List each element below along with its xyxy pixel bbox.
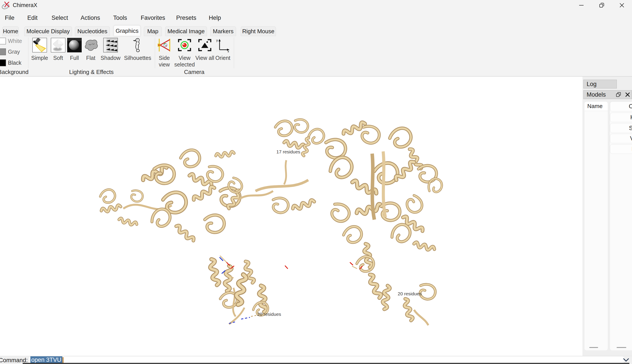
- svg-text:x: x: [228, 50, 229, 52]
- side-view-icon: [157, 38, 172, 52]
- view-all-icon: [198, 38, 212, 52]
- tab-medical-image[interactable]: Medical Image: [165, 26, 207, 36]
- gray-label: Gray: [8, 49, 20, 55]
- seahorse-icon: [130, 38, 145, 52]
- menubar: File Edit Select Actions Tools Favorites…: [0, 10, 632, 25]
- camera-section-label: Camera: [161, 69, 227, 76]
- camera-side-view-button[interactable]: Side view: [154, 38, 174, 68]
- button-column-scrollbar[interactable]: [616, 347, 626, 348]
- white-swatch-icon: [0, 38, 6, 44]
- app-title: ChimeraX: [13, 2, 37, 8]
- spotlight-icon: [32, 38, 47, 52]
- black-swatch-icon: [0, 60, 6, 66]
- menu-help[interactable]: Help: [207, 10, 223, 25]
- models-name-column[interactable]: Name: [584, 102, 608, 350]
- view-selected-icon: [177, 38, 192, 52]
- background-gray-option[interactable]: Gray: [0, 48, 20, 55]
- command-history-chevron-icon[interactable]: [623, 358, 629, 363]
- models-close-button[interactable]: Close: [610, 102, 632, 111]
- window-controls: [571, 0, 632, 10]
- float-panel-icon[interactable]: [616, 92, 621, 97]
- models-show-button[interactable]: Show: [610, 123, 632, 133]
- restore-button[interactable]: [591, 0, 612, 10]
- menu-tools[interactable]: Tools: [111, 10, 129, 25]
- right-dock-panel: Log Models Name Close Hide Show View Inf…: [582, 76, 632, 356]
- minimize-icon: [578, 2, 584, 8]
- chimerax-window: ChimeraX File Edit Select Actions: [0, 0, 632, 364]
- toolbar-tab-row: Home Molecule Display Nucleotides Graphi…: [0, 25, 632, 36]
- name-column-scrollbar[interactable]: [589, 347, 598, 348]
- menu-select[interactable]: Select: [49, 10, 70, 25]
- viewport-3d[interactable]: 17 residues 20 residues 20 residues: [0, 76, 582, 356]
- log-tab[interactable]: Log: [583, 80, 617, 88]
- command-caret: [62, 357, 64, 363]
- background-black-option[interactable]: Black: [0, 59, 21, 66]
- section-separator: [28, 38, 29, 68]
- gray-swatch-icon: [0, 48, 6, 55]
- close-icon: [619, 2, 625, 8]
- close-button[interactable]: [612, 0, 632, 10]
- tab-right-mouse[interactable]: Right Mouse: [241, 26, 276, 36]
- lighting-section-label: Lighting & Effects: [58, 69, 124, 76]
- lighting-silhouettes-button[interactable]: Silhouettes: [122, 38, 153, 61]
- models-view-button[interactable]: View: [610, 134, 632, 143]
- minimize-button[interactable]: [571, 0, 591, 10]
- tab-nucleotides[interactable]: Nucleotides: [75, 26, 110, 36]
- protein-ribbon-structure: [0, 76, 582, 356]
- titlebar: ChimeraX: [0, 0, 632, 10]
- tab-markers[interactable]: Markers: [210, 26, 236, 36]
- chimerax-logo-icon: [1, 1, 11, 10]
- lighting-shadow-button[interactable]: Shadow: [97, 38, 124, 61]
- command-input[interactable]: open 3TVU: [29, 356, 624, 363]
- tab-molecule-display[interactable]: Molecule Display: [24, 26, 72, 36]
- black-label: Black: [8, 60, 21, 66]
- shadow-photo-icon: [103, 38, 118, 52]
- missing-structure-dashes: [229, 315, 257, 324]
- name-column-header: Name: [584, 102, 608, 111]
- tab-map[interactable]: Map: [144, 26, 162, 36]
- residue-label-top: 17 residues: [276, 149, 300, 154]
- menu-edit[interactable]: Edit: [25, 10, 40, 25]
- camera-orient-button[interactable]: y x Orient: [212, 38, 234, 61]
- ribbon-graphics: White Gray Black Background Simple: [0, 36, 632, 76]
- command-input-underline: [23, 363, 629, 364]
- residue-label-bottom: 20 residues: [257, 312, 281, 317]
- restore-icon: [599, 2, 604, 8]
- menu-favorites[interactable]: Favorites: [139, 10, 167, 25]
- models-info-button[interactable]: Info: [610, 144, 632, 154]
- menu-actions[interactable]: Actions: [78, 10, 102, 25]
- command-bar: Command: open 3TVU: [0, 356, 632, 364]
- tab-graphics[interactable]: Graphics: [114, 25, 141, 36]
- background-white-option[interactable]: White: [0, 38, 22, 44]
- menu-presets[interactable]: Presets: [174, 10, 199, 25]
- residue-label-right: 20 residues: [398, 291, 422, 296]
- camera-view-selected-button[interactable]: View selected: [172, 38, 197, 68]
- orient-axes-icon: y x: [216, 38, 230, 52]
- section-separator: [234, 38, 234, 68]
- models-panel-title: Models: [587, 91, 606, 98]
- models-hide-button[interactable]: Hide: [610, 113, 632, 122]
- svg-text:y: y: [216, 38, 218, 42]
- command-selected-text: open 3TVU: [31, 356, 62, 364]
- menu-file[interactable]: File: [3, 10, 17, 25]
- background-section-label: Background: [0, 69, 29, 76]
- models-panel-header[interactable]: Models: [583, 90, 632, 99]
- white-label: White: [8, 38, 22, 44]
- flat-blob-icon: [84, 38, 98, 52]
- close-panel-icon[interactable]: [625, 92, 630, 97]
- tab-home[interactable]: Home: [3, 26, 19, 36]
